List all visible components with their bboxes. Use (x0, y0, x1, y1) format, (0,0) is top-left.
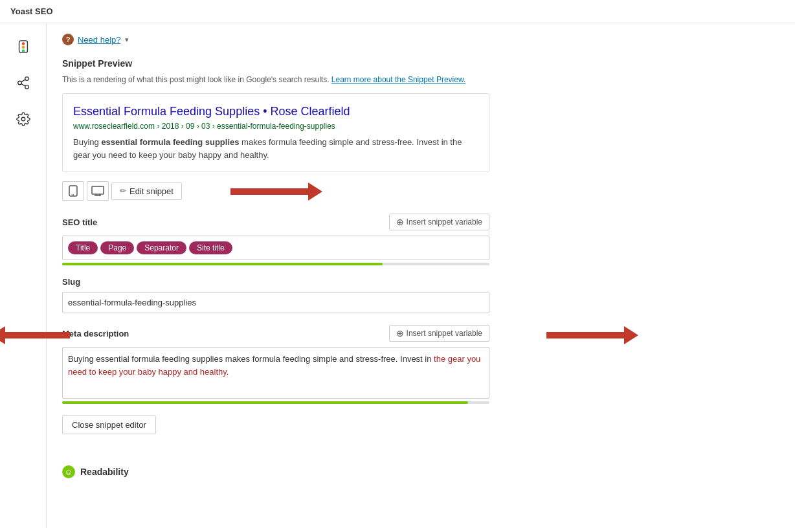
readability-smiley: ☺ (62, 465, 75, 478)
insert-snippet-variable-button-meta[interactable]: ⊕ Insert snippet variable (389, 325, 489, 342)
meta-description-progress-bar (62, 401, 489, 404)
share-icon (16, 76, 30, 90)
edit-snippet-arrow (230, 183, 322, 201)
seo-title-field[interactable]: Title Page Separator Site title (62, 236, 489, 260)
help-chevron[interactable]: ▾ (125, 36, 129, 44)
seo-title-progress-bar (62, 263, 489, 265)
svg-line-8 (21, 80, 25, 82)
slug-section: Slug (62, 277, 489, 313)
meta-desc-left-arrow (0, 326, 70, 344)
help-row: ? Need help? ▾ (62, 34, 779, 45)
svg-line-7 (21, 83, 25, 86)
content-area: ? Need help? ▾ Snippet Preview This is a… (47, 23, 795, 528)
plus-icon-meta: ⊕ (396, 328, 404, 338)
meta-desc-right-arrow (546, 326, 638, 344)
gear-icon (16, 112, 30, 126)
traffic-light-icon (16, 39, 30, 54)
meta-description-progress-fill (62, 401, 468, 404)
svg-rect-12 (92, 186, 104, 194)
google-preview-title[interactable]: Essential Formula Feeding Supplies • Ros… (73, 104, 478, 119)
svg-point-6 (25, 85, 28, 89)
tag-title[interactable]: Title (68, 241, 98, 254)
svg-point-9 (21, 117, 25, 121)
slug-label: Slug (62, 277, 489, 287)
sidebar (0, 23, 47, 528)
close-snippet-editor-button[interactable]: Close snippet editor (62, 416, 156, 434)
app-title: Yoast SEO (10, 6, 53, 16)
svg-point-11 (73, 194, 74, 195)
learn-more-link[interactable]: Learn more about the Snippet Preview. (331, 75, 465, 84)
google-preview-url: www.roseclearfield.com › 2018 › 09 › 03 … (73, 122, 478, 131)
seo-title-section: SEO title ⊕ Insert snippet variable Titl… (62, 214, 489, 265)
mobile-icon (68, 185, 78, 197)
svg-point-3 (21, 49, 25, 52)
plus-icon: ⊕ (396, 217, 404, 227)
insert-snippet-variable-button-title[interactable]: ⊕ Insert snippet variable (389, 214, 489, 230)
seo-title-progress-fill (62, 263, 383, 265)
sidebar-icon-seo[interactable] (6, 30, 40, 63)
snippet-preview-description: This is a rendering of what this post mi… (62, 74, 779, 85)
seo-title-label: SEO title ⊕ Insert snippet variable (62, 214, 489, 230)
svg-point-1 (21, 42, 25, 45)
svg-point-4 (25, 77, 28, 81)
readability-label: Readability (80, 467, 129, 477)
snippet-actions: ✏ Edit snippet (62, 181, 779, 201)
tag-site-title[interactable]: Site title (189, 241, 232, 254)
top-bar: Yoast SEO (0, 0, 795, 23)
desktop-device-button[interactable] (87, 181, 109, 201)
tag-page[interactable]: Page (100, 241, 134, 254)
pencil-icon: ✏ (120, 186, 126, 195)
close-snippet-wrapper: Close snippet editor (62, 416, 779, 450)
meta-description-label: Meta description ⊕ Insert snippet variab… (62, 325, 489, 342)
slug-input[interactable] (62, 292, 489, 313)
readability-row: ☺ Readability (62, 465, 779, 478)
sidebar-icon-social[interactable] (6, 66, 40, 100)
tag-separator[interactable]: Separator (137, 241, 186, 254)
mobile-device-button[interactable] (62, 181, 84, 201)
snippet-preview-heading: Snippet Preview (62, 58, 779, 69)
sidebar-icon-advanced[interactable] (6, 102, 40, 136)
meta-description-textarea[interactable]: Buying essential formula feeding supplie… (62, 347, 489, 399)
help-icon[interactable]: ? (62, 34, 74, 45)
need-help-link[interactable]: Need help? (78, 35, 121, 45)
svg-point-5 (17, 81, 21, 85)
google-preview-box: Essential Formula Feeding Supplies • Ros… (62, 93, 489, 172)
desktop-icon (91, 186, 104, 196)
svg-point-2 (21, 46, 25, 49)
meta-description-section: Meta description ⊕ Insert snippet variab… (62, 325, 489, 404)
google-preview-description: Buying essential formula feeding supplie… (73, 136, 478, 161)
edit-snippet-button[interactable]: ✏ Edit snippet (111, 183, 182, 200)
